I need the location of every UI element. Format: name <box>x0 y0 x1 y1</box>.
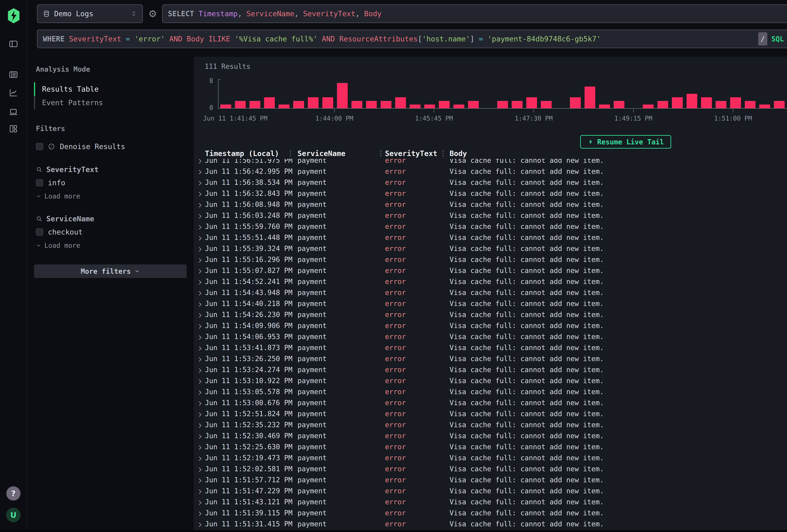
table-row[interactable]: Jun 11 1:54:52.241 PM payment error Visa… <box>194 276 787 287</box>
row-expand-chevron-icon[interactable] <box>197 346 201 350</box>
row-expand-chevron-icon[interactable] <box>197 423 201 428</box>
row-expand-chevron-icon[interactable] <box>197 368 201 373</box>
table-row[interactable]: Jun 11 1:51:43.121 PM payment error Visa… <box>194 496 787 507</box>
table-row[interactable]: Jun 11 1:51:39.115 PM payment error Visa… <box>194 507 787 518</box>
histogram-bar[interactable] <box>614 101 624 108</box>
nav-event-patterns[interactable]: Event Patterns <box>34 96 187 109</box>
row-expand-chevron-icon[interactable] <box>197 170 201 174</box>
row-expand-chevron-icon[interactable] <box>197 357 201 362</box>
source-select[interactable]: Demo Logs <box>37 4 143 23</box>
row-expand-chevron-icon[interactable] <box>197 302 201 306</box>
histogram-bar[interactable] <box>745 101 756 108</box>
row-expand-chevron-icon[interactable] <box>197 291 201 295</box>
row-expand-chevron-icon[interactable] <box>197 335 201 340</box>
histogram-bar[interactable] <box>424 105 435 108</box>
row-expand-chevron-icon[interactable] <box>197 269 201 273</box>
table-row[interactable]: Jun 11 1:55:39.324 PM payment error Visa… <box>194 243 787 254</box>
histogram-bar[interactable] <box>366 101 377 108</box>
histogram-bar[interactable] <box>220 105 231 108</box>
histogram-bar[interactable] <box>453 105 464 108</box>
histogram-bar[interactable] <box>526 97 537 108</box>
histogram-bar[interactable] <box>381 101 391 108</box>
histogram-bar[interactable] <box>395 97 406 108</box>
table-row[interactable]: Jun 11 1:52:02.581 PM payment error Visa… <box>194 463 787 474</box>
row-expand-chevron-icon[interactable] <box>197 456 201 461</box>
histogram-bar[interactable] <box>686 94 697 108</box>
histogram-bar[interactable] <box>468 101 479 108</box>
load-more-servicename[interactable]: Load more <box>36 241 187 249</box>
row-expand-chevron-icon[interactable] <box>197 489 201 494</box>
table-row[interactable]: Jun 11 1:52:30.469 PM payment error Visa… <box>194 430 787 441</box>
histogram-bar[interactable] <box>570 97 581 108</box>
row-expand-chevron-icon[interactable] <box>197 247 201 251</box>
row-expand-chevron-icon[interactable] <box>197 501 201 505</box>
table-row[interactable]: Jun 11 1:56:51.975 PM payment error Visa… <box>194 159 787 166</box>
histogram-bar[interactable] <box>716 101 726 108</box>
histogram-bar[interactable] <box>250 101 260 108</box>
column-resize-handle[interactable] <box>380 150 382 157</box>
column-resize-handle[interactable] <box>442 150 444 157</box>
histogram-bar[interactable] <box>730 97 741 108</box>
table-row[interactable]: Jun 11 1:53:24.274 PM payment error Visa… <box>194 364 787 375</box>
facet-option-checkbox[interactable] <box>36 228 43 236</box>
histogram-bar[interactable] <box>322 97 333 108</box>
table-row[interactable]: Jun 11 1:54:43.948 PM payment error Visa… <box>194 287 787 298</box>
histogram-bar[interactable] <box>410 105 421 108</box>
histogram-bar[interactable] <box>439 101 450 108</box>
histogram-bar[interactable] <box>512 101 523 108</box>
row-expand-chevron-icon[interactable] <box>197 401 201 406</box>
nav-results-table[interactable]: Results Table <box>34 82 187 96</box>
search-logs-icon[interactable] <box>8 70 18 80</box>
row-expand-chevron-icon[interactable] <box>197 214 201 218</box>
table-row[interactable]: Jun 11 1:56:42.995 PM payment error Visa… <box>194 166 787 177</box>
chart-explorer-icon[interactable] <box>8 88 18 98</box>
denoise-checkbox[interactable] <box>36 143 43 150</box>
histogram-bar[interactable] <box>352 101 362 108</box>
where-query-input[interactable]: WHERE SeverityText = 'error' AND Body IL… <box>37 29 787 48</box>
facet-option-checkbox[interactable] <box>36 179 43 186</box>
table-row[interactable]: Jun 11 1:56:08.948 PM payment error Visa… <box>194 199 787 210</box>
help-button[interactable]: ? <box>6 486 21 501</box>
table-row[interactable]: Jun 11 1:54:40.218 PM payment error Visa… <box>194 298 787 309</box>
histogram-bar[interactable] <box>599 105 610 108</box>
row-expand-chevron-icon[interactable] <box>197 511 201 516</box>
hyperdx-logo-icon[interactable] <box>6 8 21 24</box>
histogram-plot-area[interactable]: 8 0 <box>218 79 787 109</box>
table-row[interactable]: Jun 11 1:56:38.534 PM payment error Visa… <box>194 177 787 188</box>
source-settings-gear-icon[interactable]: ⚙ <box>147 8 158 20</box>
denoise-results-toggle[interactable]: Denoise Results <box>34 142 187 151</box>
histogram-bar[interactable] <box>643 105 654 108</box>
user-avatar[interactable]: U <box>6 508 21 522</box>
histogram-bar[interactable] <box>497 101 508 108</box>
more-filters-button[interactable]: More filters <box>34 264 187 278</box>
histogram-bar[interactable] <box>235 101 246 108</box>
table-row[interactable]: Jun 11 1:54:09.906 PM payment error Visa… <box>194 320 787 331</box>
table-row[interactable]: Jun 11 1:52:25.630 PM payment error Visa… <box>194 441 787 452</box>
histogram-bar[interactable] <box>672 97 683 108</box>
histogram-bar[interactable] <box>279 105 290 108</box>
histogram-bar[interactable] <box>701 97 712 108</box>
load-more-severitytext[interactable]: Load more <box>36 192 187 200</box>
histogram-bar[interactable] <box>774 101 785 108</box>
row-expand-chevron-icon[interactable] <box>197 478 201 483</box>
row-expand-chevron-icon[interactable] <box>197 258 201 262</box>
table-row[interactable]: Jun 11 1:55:59.760 PM payment error Visa… <box>194 221 787 232</box>
table-row[interactable]: Jun 11 1:53:26.250 PM payment error Visa… <box>194 353 787 364</box>
row-expand-chevron-icon[interactable] <box>197 192 201 196</box>
histogram-bar[interactable] <box>293 101 304 108</box>
row-expand-chevron-icon[interactable] <box>197 236 201 240</box>
table-row[interactable]: Jun 11 1:55:16.296 PM payment error Visa… <box>194 254 787 265</box>
facet-option-checkout[interactable]: checkout <box>36 228 187 236</box>
row-expand-chevron-icon[interactable] <box>197 203 201 207</box>
table-row[interactable]: Jun 11 1:55:07.827 PM payment error Visa… <box>194 265 787 276</box>
row-expand-chevron-icon[interactable] <box>197 313 201 317</box>
row-expand-chevron-icon[interactable] <box>197 324 201 328</box>
table-row[interactable]: Jun 11 1:52:51.824 PM payment error Visa… <box>194 408 787 419</box>
select-query-input[interactable]: SELECT Timestamp, ServiceName, SeverityT… <box>162 4 787 23</box>
table-row[interactable]: Jun 11 1:53:00.676 PM payment error Visa… <box>194 397 787 408</box>
column-resize-handle[interactable] <box>289 150 292 157</box>
row-expand-chevron-icon[interactable] <box>197 523 201 527</box>
histogram-bar[interactable] <box>308 97 319 108</box>
facet-option-info[interactable]: info <box>36 178 187 187</box>
resume-live-tail-button[interactable]: Resume Live Tail <box>580 135 671 149</box>
